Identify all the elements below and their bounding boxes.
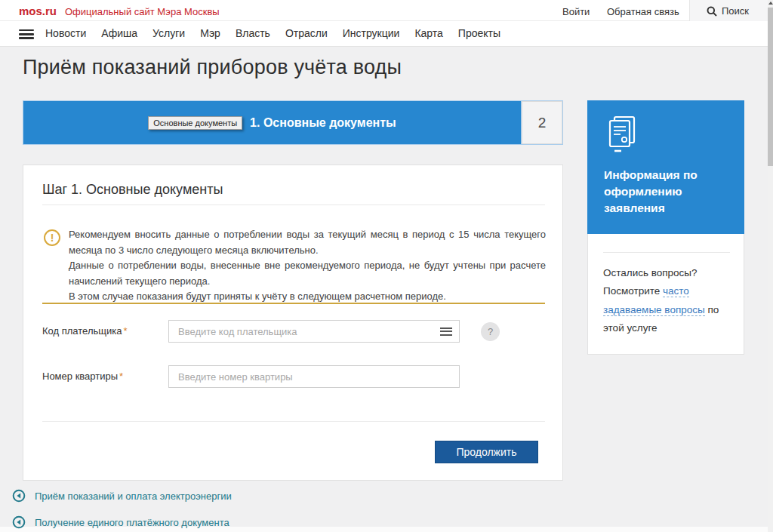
warning-icon: ! [44, 229, 60, 246]
divider [42, 421, 545, 422]
circle-arrow-icon [12, 489, 26, 503]
nav-item-news[interactable]: Новости [45, 27, 86, 39]
step-progress-bar: Основные документы 1. Основные документы… [23, 100, 563, 145]
search-icon [707, 6, 717, 17]
tooltip: Основные документы [148, 116, 242, 130]
step-1-tab[interactable]: Основные документы 1. Основные документы [23, 101, 521, 144]
step-2-tab[interactable]: 2 [521, 101, 562, 144]
notice-text: Рекомендуем вносить данные о потреблении… [69, 227, 546, 305]
related-link-electricity[interactable]: Приём показаний и оплата электроэнергии [12, 489, 232, 503]
form-card: Шаг 1. Основные документы ! Рекомендуем … [23, 165, 563, 481]
faq-card: Остались вопросы? Посмотрите часто задав… [587, 234, 744, 355]
application-info-card[interactable]: Информация по оформлению заявления [587, 100, 744, 234]
circle-arrow-icon [12, 515, 26, 529]
divider [42, 204, 545, 205]
payer-code-label: Код плательщика* [42, 325, 127, 337]
continue-button[interactable]: Продолжить [435, 441, 538, 463]
login-link[interactable]: Войти [562, 6, 590, 17]
feedback-link[interactable]: Обратная связь [607, 6, 679, 17]
step-heading: Шаг 1. Основные документы [42, 182, 223, 198]
divider [603, 252, 730, 253]
nav-item-industries[interactable]: Отрасли [285, 27, 328, 39]
input-list-icon[interactable] [440, 328, 452, 336]
faq-title: Остались вопросы? [603, 267, 698, 278]
nav-item-services[interactable]: Услуги [152, 27, 185, 39]
top-header: mos.ru Официальный сайт Мэра Москвы Войт… [0, 0, 768, 21]
flat-number-label: Номер квартиры* [42, 371, 123, 382]
notice-line: Данные о потреблении воды, внесенные вне… [69, 258, 546, 289]
required-asterisk: * [123, 325, 127, 337]
main-nav: Новости Афиша Услуги Мэр Власть Отрасли … [0, 21, 768, 47]
flat-number-input[interactable] [168, 365, 460, 388]
nav-item-instructions[interactable]: Инструкции [343, 27, 400, 39]
nav-item-authority[interactable]: Власть [236, 27, 270, 39]
nav-item-projects[interactable]: Проекты [458, 27, 500, 39]
step-1-label: 1. Основные документы [250, 116, 396, 130]
nav-item-map[interactable]: Карта [414, 27, 442, 39]
sidebar: Информация по оформлению заявления Остал… [587, 100, 744, 355]
nav-item-mayor[interactable]: Мэр [200, 27, 220, 39]
notice-line: Рекомендуем вносить данные о потреблении… [69, 227, 546, 258]
menu-icon[interactable] [19, 29, 34, 39]
payer-code-input[interactable] [168, 320, 460, 343]
required-asterisk: * [119, 371, 123, 382]
scrollbar[interactable] [768, 0, 773, 532]
scroll-up-arrow[interactable] [768, 2, 773, 5]
scrollbar-thumb[interactable] [768, 8, 773, 166]
gold-divider [42, 303, 545, 304]
page-title: Приём показаний приборов учёта воды [23, 56, 402, 79]
application-info-label: Информация по оформлению заявления [604, 167, 725, 217]
mos-ru-logo[interactable]: mos.ru [19, 5, 57, 17]
related-link-epd[interactable]: Получение единого платёжного документа [12, 515, 229, 529]
help-icon[interactable]: ? [481, 322, 500, 341]
nav-item-afisha[interactable]: Афиша [101, 27, 137, 39]
site-subtitle: Официальный сайт Мэра Москвы [65, 6, 220, 17]
documents-icon [604, 114, 640, 153]
search-label: Поиск [722, 5, 749, 17]
page: mos.ru Официальный сайт Мэра Москвы Войт… [0, 0, 773, 532]
faq-text: Остались вопросы? Посмотрите часто задав… [603, 264, 731, 337]
